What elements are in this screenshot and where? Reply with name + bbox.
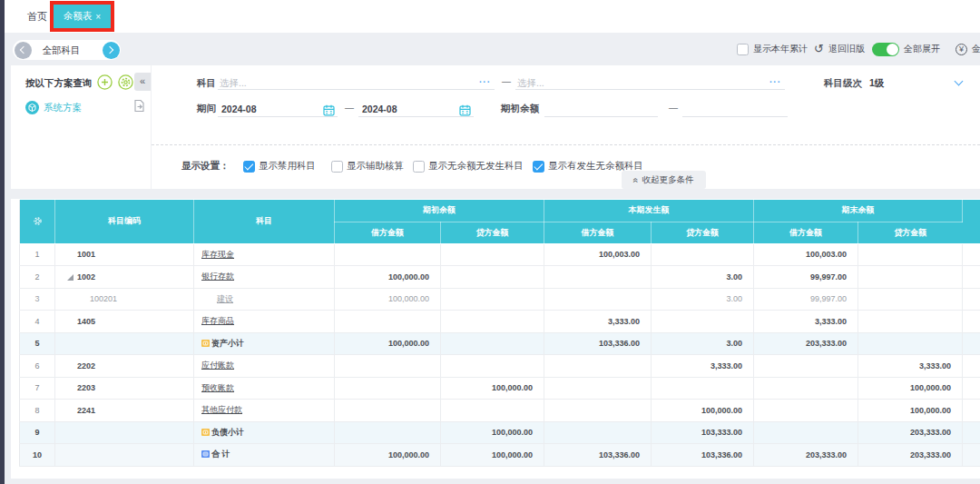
subject-code-cell: 1002 <box>55 266 194 289</box>
period-to-input[interactable]: 2024-08 <box>358 103 474 117</box>
subject-name-link[interactable]: 库存现金 <box>201 250 234 259</box>
opening-balance-dash: — <box>669 103 678 113</box>
subject-from-ellipsis-button[interactable]: ··· <box>479 77 491 87</box>
expand-triangle-icon[interactable] <box>67 273 74 282</box>
subject-name-link[interactable]: 应付账款 <box>201 361 234 370</box>
chevron-right-icon <box>105 45 113 53</box>
subheader-debit[interactable]: 借方金额 <box>754 222 858 243</box>
subheader-credit[interactable]: 贷方金额 <box>652 222 754 243</box>
tab-close-icon[interactable]: × <box>95 12 101 22</box>
toggle-knob <box>887 44 898 55</box>
amount-cell: 3.00 <box>652 288 754 311</box>
table-row[interactable]: 3100201建设100,000.003.0099,997.00 <box>20 288 980 311</box>
subject-from-select[interactable]: 选择... ··· <box>218 75 495 90</box>
cube-circle-icon <box>25 101 39 114</box>
manage-scheme-button[interactable] <box>118 74 133 90</box>
amount-format-button[interactable]: ¥ 金额式 <box>956 33 980 65</box>
opening-balance-to-input[interactable] <box>682 103 788 117</box>
subject-name-link[interactable]: 银行存款 <box>201 272 234 281</box>
scheme-sidebar-title: 按以下方案查询 <box>25 77 93 90</box>
period-label: 期间 <box>197 103 216 115</box>
opening-balance-from-input[interactable] <box>544 103 658 117</box>
sidebar-collapse-button[interactable]: « <box>134 73 151 91</box>
option-checkbox[interactable] <box>533 161 544 173</box>
subject-name-link[interactable]: 其他应付款 <box>201 405 242 414</box>
subject-name-cell: 应付账款 <box>194 355 335 378</box>
subject-name-link[interactable]: 库存商品 <box>201 316 234 325</box>
subject-name-link[interactable]: 预收账款 <box>201 383 234 392</box>
option-checkbox[interactable] <box>331 161 343 173</box>
amount-cell: 100,000.00 <box>335 266 441 289</box>
subheader-debit[interactable]: 借方金额 <box>335 222 441 243</box>
row-number: 4 <box>20 311 55 333</box>
amount-cell <box>544 400 652 422</box>
left-dark-strip <box>0 0 5 484</box>
header-subject-code[interactable]: 科目编码 <box>55 200 194 243</box>
subject-name-text: 合 计 <box>211 449 230 459</box>
table-row[interactable]: 9负债小计100,000.00103,333.00203,333.00 <box>20 421 980 444</box>
export-scheme-button[interactable] <box>133 99 145 113</box>
expand-all-toggle[interactable] <box>872 43 899 56</box>
amount-cell <box>441 288 544 311</box>
subheader-credit[interactable]: 贷方金额 <box>441 222 544 243</box>
subject-from-placeholder: 选择... <box>220 77 247 90</box>
add-scheme-button[interactable] <box>97 74 113 90</box>
table-header: 科目编码 科目 期初余额 本期发生额 期末余额 借方金额贷方金额借方金额贷方金额… <box>20 200 980 243</box>
scheme-item-label: 系统方案 <box>44 102 82 114</box>
subject-range-dash: — <box>502 76 511 86</box>
header-opening-balance: 期初余额 <box>335 200 544 222</box>
table-row[interactable]: 11001库存现金100,003.00100,003.00 <box>20 243 980 266</box>
tab-balance-sheet[interactable]: 余额表 × <box>54 5 111 28</box>
calendar-icon[interactable] <box>323 104 335 115</box>
partial-cell <box>963 377 980 400</box>
table-row[interactable]: 62202应付账款3,333.003,333.00 <box>20 355 980 378</box>
row-number: 5 <box>20 332 55 355</box>
partial-cell <box>963 311 980 333</box>
level-chevron-down-icon[interactable] <box>955 77 964 86</box>
table-row[interactable]: 21002银行存款100,000.003.0099,997.00 <box>20 266 980 289</box>
option-checkbox[interactable] <box>243 161 255 173</box>
table-row[interactable]: 10合 计100,000.00100,000.00103,336.00103,3… <box>20 444 980 467</box>
balance-table: 科目编码 科目 期初余额 本期发生额 期末余额 借方金额贷方金额借方金额贷方金额… <box>19 200 980 467</box>
subject-name-cell: 建设 <box>194 288 335 311</box>
subject-name-cell: 银行存款 <box>194 266 335 289</box>
amount-cell <box>858 266 963 289</box>
table-row[interactable]: 5资产小计100,000.00103,336.003.00203,333.00 <box>20 332 980 355</box>
amount-cell: 100,000.00 <box>441 421 544 444</box>
amount-cell: 99,997.00 <box>754 288 858 311</box>
period-from-input[interactable]: 2024-08 <box>218 103 338 117</box>
header-subject[interactable]: 科目 <box>194 200 335 243</box>
option-disabled-subjects: 显示禁用科目 <box>243 159 316 173</box>
subject-name-cell: 其他应付款 <box>194 400 335 422</box>
next-account-button[interactable] <box>103 42 120 59</box>
cumulative-checkbox[interactable] <box>737 44 749 55</box>
option-checkbox[interactable] <box>413 161 425 173</box>
option-label: 显示辅助核算 <box>347 160 404 173</box>
amount-cell: 100,000.00 <box>335 444 441 467</box>
subject-to-select[interactable]: 选择... ··· <box>515 75 785 90</box>
table-row[interactable]: 41405库存商品3,333.003,333.00 <box>20 311 980 333</box>
column-settings-button[interactable] <box>20 200 55 243</box>
expand-all-label: 全部展开 <box>904 43 940 55</box>
table-row[interactable]: 72203预收账款100,000.00100,000.00 <box>20 377 980 400</box>
tab-home[interactable]: 首页 <box>27 0 47 33</box>
partial-cell <box>963 421 980 444</box>
calendar-icon[interactable] <box>459 104 471 115</box>
sidebar-divider <box>151 65 152 189</box>
subheader-debit[interactable]: 借方金额 <box>544 222 652 243</box>
subject-name-link[interactable]: 建设 <box>217 294 233 303</box>
rollback-button[interactable]: ↺ 退回旧版 <box>814 33 865 65</box>
table-row[interactable]: 82241其他应付款100,000.00100,000.00 <box>20 400 980 422</box>
balance-table-panel: 科目编码 科目 期初余额 本期发生额 期末余额 借方金额贷方金额借方金额贷方金额… <box>11 199 980 479</box>
subheader-credit[interactable]: 贷方金额 <box>858 222 963 243</box>
amount-cell: 203,333.00 <box>754 444 858 467</box>
subject-name-cell: 负债小计 <box>194 421 335 444</box>
scheme-item-system[interactable]: 系统方案 <box>25 101 82 115</box>
header-current-activity: 本期发生额 <box>544 200 754 222</box>
level-value[interactable]: 1级 <box>869 77 884 90</box>
prev-account-button[interactable] <box>15 42 32 59</box>
collapse-more-conditions-button[interactable]: « 收起更多条件 <box>622 171 706 189</box>
subject-to-ellipsis-button[interactable]: ··· <box>769 77 781 87</box>
header-ending-balance: 期末余额 <box>754 200 963 222</box>
collapse-more-label: 收起更多条件 <box>642 174 694 186</box>
